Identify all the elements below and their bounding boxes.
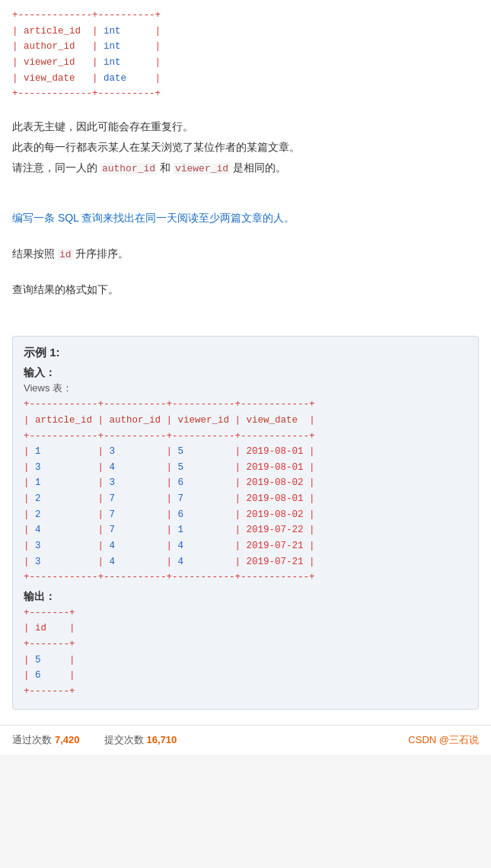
submit-label: 提交次数 (104, 733, 144, 747)
question-line1: 编写一条 SQL 查询来找出在同一天阅读至少两篇文章的人。 (12, 209, 479, 228)
footer-left: 通过次数 7,420 提交次数 16,710 (12, 733, 177, 747)
gap4 (12, 229, 479, 243)
gap1 (12, 102, 479, 116)
example-box: 示例 1: 输入： Views 表： +------------+-------… (12, 336, 479, 709)
question-line2: 结果按照 id 升序排序。 (12, 244, 479, 263)
desc-line1: 此表无主键，因此可能会存在重复行。 (12, 117, 479, 136)
schema-table: +-------------+----------+ | article_id … (12, 8, 479, 102)
pass-value: 7,420 (55, 734, 80, 745)
pass-label: 通过次数 (12, 733, 52, 747)
gap3 (12, 193, 479, 207)
main-content: +-------------+----------+ | article_id … (0, 0, 491, 725)
desc-line2: 此表的每一行都表示某人在某天浏览了某位作者的某篇文章。 (12, 138, 479, 157)
output-table: +-------+ | id | +-------+ | 5 | | 6 | +… (24, 605, 467, 700)
footer-brand: CSDN @三石说 (408, 733, 479, 747)
output-label: 输出： (24, 590, 467, 604)
schema-separator-bottom: +-------------+----------+ (12, 86, 479, 102)
submit-count: 提交次数 16,710 (104, 733, 177, 747)
gap2 (12, 180, 479, 193)
question-line3: 查询结果的格式如下。 (12, 280, 479, 299)
schema-row-author: | author_id | int | (12, 39, 479, 55)
gap5 (12, 265, 479, 279)
schema-row-article: | article_id | int | (12, 24, 479, 40)
desc-line3: 请注意，同一人的 author_id 和 viewer_id 是相同的。 (12, 158, 479, 177)
gap7 (12, 314, 479, 328)
table-label: Views 表： (24, 381, 467, 395)
submit-value: 16,710 (147, 734, 177, 745)
example-title: 示例 1: (24, 346, 467, 360)
schema-row-viewer: | viewer_id | int | (12, 55, 479, 71)
footer-bar: 通过次数 7,420 提交次数 16,710 CSDN @三石说 (0, 725, 491, 755)
pass-count: 通过次数 7,420 (12, 733, 80, 747)
schema-row-date: | view_date | date | (12, 71, 479, 87)
input-table: +------------+-----------+-----------+--… (24, 397, 467, 586)
schema-separator-top: +-------------+----------+ (12, 8, 479, 24)
gap6 (12, 301, 479, 314)
input-label: 输入： (24, 366, 467, 380)
